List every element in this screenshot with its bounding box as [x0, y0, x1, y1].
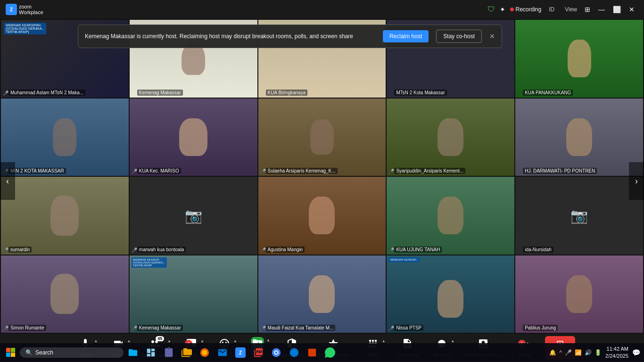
record-caret-icon[interactable]: ▲ [451, 339, 454, 343]
participant-name: MIN 2 KOTA MAKASSAR [8, 168, 66, 174]
search-text: Search [35, 349, 53, 356]
id-button[interactable]: ID [546, 5, 557, 14]
taskbar-icon-pdf[interactable] [251, 345, 266, 360]
maximize-button[interactable]: ⬜ [610, 3, 623, 16]
taskbar-icon-widgets[interactable] [143, 345, 158, 360]
taskbar-icon-chrome[interactable] [269, 345, 284, 360]
video-cell: 🎤 MIN 2 KOTA MAKASSAR [1, 99, 129, 176]
top-bar-right: 🛡 ✦ Recording ID View ⊞ — ⬜ ✕ [487, 3, 639, 16]
taskbar-search-bar[interactable]: 🔍 Search [20, 347, 124, 358]
time-display: 11:42 AM [605, 346, 628, 353]
zoom-logo-icon: Z [6, 4, 17, 15]
mic-muted-icon: 🎤 [260, 169, 266, 174]
video-cell: 🎤 Simon Rumante [1, 255, 129, 333]
zoom-logo-text: zoom Workplace [19, 4, 43, 15]
participant-name: Kemenag Makassar [137, 90, 183, 96]
apps-caret-icon[interactable]: ▲ [382, 339, 386, 343]
participant-name: Nissa PTSP [394, 325, 423, 331]
taskbar-icon-whatsapp[interactable] [322, 345, 338, 360]
audio-caret-icon[interactable]: ▲ [94, 339, 98, 343]
mic-muted-icon: 🎤 [260, 326, 266, 331]
video-cell: KUA PANAKKUKANG [515, 20, 643, 98]
mic-muted-icon: 🎤 [132, 326, 137, 331]
participants-count-badge: 45 [156, 336, 164, 341]
taskbar-icon-files[interactable] [179, 345, 194, 360]
taskbar-icon-edge[interactable] [287, 345, 302, 360]
svg-rect-4 [11, 353, 15, 357]
clock: 11:42 AM 2/24/2025 [605, 346, 628, 360]
participant-name: Pablius Jurung [523, 325, 558, 331]
participant-name: marwah kua bontoala [137, 247, 186, 253]
chat-caret-icon[interactable]: ▲ [200, 339, 204, 343]
stay-cohost-button[interactable]: Stay co-host [436, 30, 482, 43]
mic-muted-icon: 🎤 [3, 326, 8, 331]
participant-name: Agustina Mangin [266, 247, 305, 253]
video-cell: 🎤 sumardin [1, 177, 129, 255]
recording-label: Recording [516, 6, 542, 13]
wifi-icon: 📶 [575, 349, 582, 356]
recording-badge: Recording [510, 6, 542, 13]
svg-rect-3 [6, 353, 10, 357]
reclaim-host-button[interactable]: Reclaim host [383, 30, 429, 42]
participant-name: Maudi Faizal Kua Tamalate M... [266, 325, 336, 331]
participant-name: Kemenag Makassar [137, 325, 183, 331]
close-notification-button[interactable]: ✕ [489, 33, 495, 40]
mic-muted-icon: 🎤 [132, 247, 137, 253]
mic-tray-icon: 🎤 [565, 349, 572, 356]
mic-muted-icon: 🎤 [388, 169, 394, 174]
video-cell: 🎤 Maudi Faizal Kua Tamalate M... [258, 255, 386, 333]
notification-center-icon[interactable]: 💬 [632, 349, 640, 356]
close-button[interactable]: ✕ [625, 3, 638, 16]
volume-icon: 🔊 [585, 349, 592, 356]
participant-name: Muhammad Aslam MTsN 2 Maka... [8, 90, 85, 96]
video-cell: 📷 🎤 marwah kua bontoala [130, 177, 257, 255]
tray-arrow-icon[interactable]: ^ [559, 349, 562, 356]
taskbar: 🔍 Search Z [0, 343, 644, 362]
participant-name: KUA Kec. MARISO [137, 168, 181, 174]
nav-next-button[interactable]: › [629, 162, 644, 200]
share-caret-icon[interactable]: ▲ [266, 338, 270, 342]
video-cell: HJ. DARMAWATI- PD PONTREN [515, 99, 643, 176]
view-button[interactable]: View [562, 5, 580, 14]
participant-name: sumardin [8, 247, 32, 253]
taskbar-icons: Z [125, 345, 547, 360]
participant-name: Sulaeha Arsiparis Kemenag_K... [266, 168, 338, 174]
svg-point-9 [275, 351, 278, 354]
video-cell: 🎤 KUA Kec. MARISO [130, 99, 257, 176]
video-cell: 🎤 Sulaeha Arsiparis Kemenag_K... [258, 99, 386, 176]
participant-name: KUA Biringkanaya [266, 90, 308, 96]
ai-star-icon: ✦ [500, 6, 505, 13]
mic-muted-icon: 🎤 [3, 90, 8, 96]
minimize-button[interactable]: — [595, 3, 608, 16]
taskbar-icon-teams[interactable] [161, 345, 176, 360]
svg-rect-1 [6, 348, 10, 352]
participant-name: KUA UJUNG TANAH [394, 247, 442, 253]
participant-name: Syaripuddin_Arsiparis Kement... [394, 168, 465, 174]
taskbar-icon-explorer[interactable] [125, 345, 140, 360]
taskbar-icon-zoom[interactable]: Z [233, 345, 248, 360]
system-tray-icons: 🔔 ^ 🎤 📶 🔊 🔋 [549, 349, 602, 356]
participant-name: KUA PANAKKUKANG [523, 90, 573, 96]
shield-icon: 🛡 [487, 5, 495, 14]
video-cell: WEBINAR KEARSIP... 🎤 Nissa PTSP [387, 255, 514, 333]
mic-muted-icon: 🎤 [3, 247, 8, 253]
participant-name: ida-Nursidah [523, 247, 553, 253]
taskbar-icon-office[interactable] [305, 345, 320, 360]
start-button[interactable] [4, 346, 18, 360]
svg-point-6 [202, 350, 207, 355]
participants-caret-icon[interactable]: ▲ [167, 339, 171, 343]
search-icon: 🔍 [25, 349, 33, 356]
nav-prev-button[interactable]: ‹ [0, 162, 15, 200]
window-controls[interactable]: — ⬜ ✕ [595, 3, 638, 16]
view-grid-icon: ⊞ [585, 6, 590, 13]
mic-muted-icon: 🎤 [388, 247, 394, 253]
date-display: 2/24/2025 [605, 353, 628, 360]
svg-rect-2 [11, 348, 15, 352]
taskbar-icon-outlook[interactable] [215, 345, 230, 360]
react-caret-icon[interactable]: ▲ [233, 339, 237, 343]
tray-notification-icon: 🔔 [549, 349, 556, 356]
video-caret-icon[interactable]: ▲ [127, 339, 131, 343]
taskbar-icon-firefox[interactable] [197, 345, 212, 360]
participant-name: HJ. DARMAWATI- PD PONTREN [523, 168, 597, 174]
top-bar-left: Z zoom Workplace [6, 4, 43, 15]
